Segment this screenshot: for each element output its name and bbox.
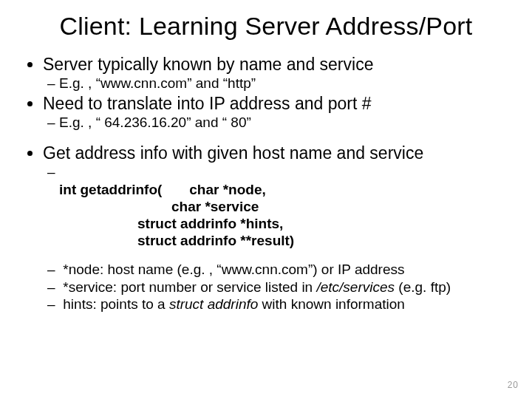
bullet-2-text: Need to translate into IP address and po… — [43, 94, 372, 113]
param-hints-c: with known information — [258, 296, 405, 312]
slide: Client: Learning Server Address/Port Ser… — [0, 0, 532, 399]
param-list: *node: host name (e.g. , “www.cnn.com”) … — [43, 261, 510, 313]
bullet-1-text: Server typically known by name and servi… — [43, 55, 373, 74]
param-node-a: *node: host name (e.g. , — [63, 262, 216, 277]
bullet-1: Server typically known by name and servi… — [43, 54, 510, 92]
bullet-2-sub: E.g. , “ 64.236.16.20” and “ 80” — [43, 114, 510, 131]
bullet-3-sub: int getaddrinfo( char *node,char *servic… — [43, 163, 510, 249]
code-block: int getaddrinfo( char *node,char *servic… — [59, 181, 510, 250]
param-hints: hints: points to a struct addrinfo with … — [59, 296, 510, 313]
bullet-2-sub-1: E.g. , “ 64.236.16.20” and “ 80” — [59, 114, 510, 131]
param-service-b: /etc/services — [316, 279, 395, 295]
param-service-c: (e.g. ftp) — [395, 279, 451, 295]
spacer-2 — [43, 250, 510, 261]
code-line-1: int getaddrinfo( char *node, — [59, 181, 510, 198]
param-node-c: ) or IP address — [313, 262, 404, 277]
code-line-4: struct addrinfo **result) — [59, 232, 510, 249]
code-line-2: char *service — [59, 198, 510, 215]
code-signature: int getaddrinfo( char *node,char *servic… — [59, 163, 510, 249]
bullet-3: Get address info with given host name an… — [43, 143, 510, 312]
param-hints-b: struct addrinfo — [169, 296, 258, 312]
param-hints-a: hints: points to a — [63, 296, 169, 312]
param-node: *node: host name (e.g. , “www.cnn.com”) … — [59, 261, 510, 278]
bullet-list: Server typically known by name and servi… — [22, 54, 510, 313]
code-line-3: struct addrinfo *hints, — [59, 215, 510, 232]
param-node-b: “www.cnn.com” — [216, 262, 313, 277]
bullet-2: Need to translate into IP address and po… — [43, 93, 510, 131]
page-number: 20 — [508, 380, 519, 390]
param-service: *service: port number or service listed … — [59, 279, 510, 296]
spacer — [43, 132, 510, 143]
param-service-a: *service: port number or service listed … — [63, 279, 316, 295]
bullet-3-text: Get address info with given host name an… — [43, 143, 423, 163]
bullet-1-sub-1: E.g. , “www.cnn.com” and “http” — [59, 75, 510, 92]
slide-title: Client: Learning Server Address/Port — [22, 12, 510, 41]
bullet-1-sub: E.g. , “www.cnn.com” and “http” — [43, 75, 510, 92]
